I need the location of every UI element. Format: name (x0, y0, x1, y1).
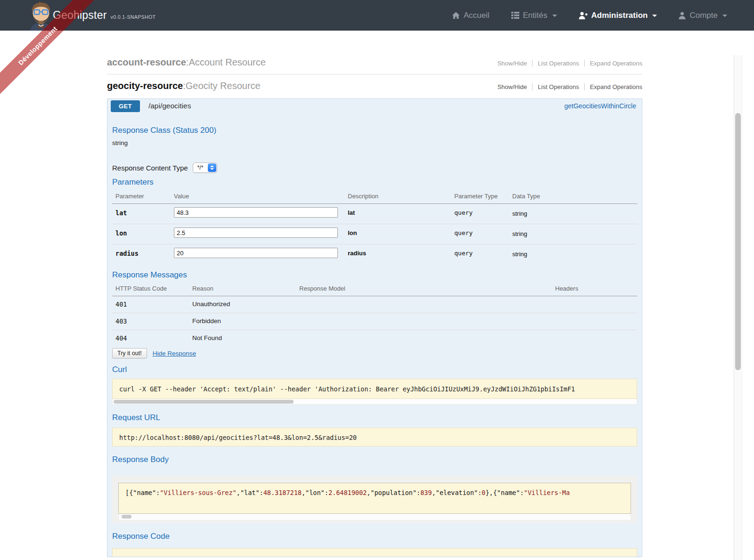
resource-account[interactable]: account-resource : Account Resource Show… (107, 57, 642, 68)
response-body-json: [{"name":"Villiers-sous-Grez","lat":48.3… (118, 483, 631, 514)
col-response-model: Response Model (299, 285, 555, 292)
nav-item-accueil[interactable]: Accueil (452, 11, 490, 20)
user-icon (679, 12, 686, 19)
resource-account-id: account-resource (107, 57, 186, 68)
show-hide-link[interactable]: Show/Hide (492, 83, 532, 90)
nav-item-administration[interactable]: Administration (579, 11, 657, 20)
status-reason: Unauthorized (192, 300, 299, 308)
curl-command: curl -X GET --header 'Accept: text/plain… (112, 379, 637, 399)
param-description: lat (348, 207, 454, 216)
operation-path-link[interactable]: /api/geocities (148, 102, 191, 110)
table-row: radius radius query string (112, 244, 637, 263)
hide-response-link[interactable]: Hide Response (153, 350, 196, 357)
col-http-status: HTTP Status Code (115, 285, 192, 292)
curl-scrollbar-thumb[interactable] (114, 400, 294, 404)
status-code: 401 (115, 300, 192, 308)
show-hide-link[interactable]: Show/Hide (492, 60, 532, 67)
nav-item-label: Accueil (464, 11, 490, 20)
resource-account-links: Show/HideList OperationsExpand Operation… (492, 60, 642, 67)
response-body-scrollbar-thumb[interactable] (122, 515, 131, 519)
col-headers: Headers (555, 285, 637, 292)
param-type: query (454, 227, 512, 236)
nav-item-label: Administration (591, 11, 648, 20)
brand-link[interactable]: Geohipster v0.0.1-SNAPSHOT (53, 0, 156, 31)
response-content-type-select[interactable]: */* (193, 162, 218, 173)
col-reason: Reason (192, 285, 299, 292)
status-reason: Forbidden (192, 317, 299, 325)
resource-geocity-links: Show/HideList OperationsExpand Operation… (492, 83, 642, 90)
resource-geocity-title: Geocity Resource (186, 81, 261, 91)
col-parameter-type: Parameter Type (454, 193, 512, 200)
request-url-value: http://localhost:8080/api/geocities?lat=… (112, 428, 637, 446)
operation-header[interactable]: GET /api/geocities getGeocitiesWithinCir… (107, 99, 642, 113)
page-scrollbar-thumb[interactable] (735, 113, 741, 370)
response-content-type-label: Response Content Type (112, 164, 188, 172)
nav-item-label: Compte (689, 11, 718, 20)
param-radius-input[interactable] (174, 248, 338, 258)
operation-panel: GET /api/geocities getGeocitiesWithinCir… (107, 98, 642, 557)
param-lat-input[interactable] (174, 207, 338, 218)
chevron-down-icon (722, 15, 727, 17)
curl-scrollbar (112, 399, 637, 405)
parameters-table-header: Parameter Value Description Parameter Ty… (112, 191, 637, 204)
param-data-type: string (512, 248, 637, 258)
list-operations-link[interactable]: List Operations (532, 60, 584, 67)
nav-menu: Accueil Entités Administration Compte (452, 0, 727, 31)
select-value: */* (193, 164, 208, 171)
table-row: lon lon query string (112, 224, 637, 244)
operation-nickname-link[interactable]: getGeocitiesWithinCircle (565, 102, 637, 110)
nav-item-label: Entités (523, 11, 548, 20)
http-method-badge: GET (111, 100, 140, 112)
nav-item-entites[interactable]: Entités (511, 11, 557, 20)
col-description: Description (348, 193, 454, 200)
parameters-table: Parameter Value Description Parameter Ty… (112, 191, 637, 263)
brand-version: v0.0.1-SNAPSHOT (111, 14, 156, 20)
home-icon (452, 12, 460, 19)
col-data-type: Data Type (512, 193, 637, 200)
param-data-type: string (512, 227, 637, 237)
operation-content: Response Class (Status 200) string Respo… (107, 126, 642, 557)
param-description: lon (348, 227, 454, 236)
param-description: radius (348, 248, 454, 257)
param-type: query (454, 207, 512, 216)
resource-account-title: Account Resource (188, 57, 265, 68)
resource-geocity[interactable]: geocity-resource : Geocity Resource Show… (107, 81, 642, 91)
table-row: 403 Forbidden (112, 313, 637, 330)
chevron-down-icon (652, 15, 657, 17)
table-row: lat lat query string (112, 204, 637, 224)
hipster-avatar-logo (25, 0, 57, 32)
nav-item-compte[interactable]: Compte (679, 11, 727, 20)
status-code: 404 (115, 334, 192, 342)
select-arrows-icon (208, 163, 216, 172)
response-content-type-row: Response Content Type */* (112, 162, 637, 173)
expand-operations-link[interactable]: Expand Operations (584, 60, 642, 67)
response-class-type: string (112, 139, 637, 146)
response-code-heading: Response Code (112, 532, 637, 541)
response-body-scrollbar (118, 514, 631, 520)
swagger-page: Geohipster v0.0.1-SNAPSHOT Accueil Entit… (0, 0, 754, 560)
col-parameter: Parameter (115, 193, 174, 200)
section-divider (107, 74, 642, 74)
status-code: 403 (115, 317, 192, 325)
curl-heading: Curl (112, 365, 637, 374)
param-data-type: string (512, 207, 637, 217)
chevron-down-icon (552, 15, 557, 17)
brand-name: Geohipster (53, 9, 107, 22)
response-messages-heading: Response Messages (112, 270, 637, 280)
actions-row: Try it out! Hide Response (112, 348, 637, 358)
response-body-heading: Response Body (112, 455, 637, 464)
list-operations-link[interactable]: List Operations (532, 83, 584, 90)
user-plus-icon (579, 12, 588, 19)
param-lon-input[interactable] (174, 227, 338, 238)
resource-geocity-id: geocity-resource (107, 81, 183, 91)
param-name: lat (115, 207, 174, 217)
col-value: Value (174, 193, 348, 200)
response-code-value (112, 548, 637, 557)
param-name: radius (115, 248, 174, 257)
try-it-out-button[interactable]: Try it out! (112, 348, 147, 358)
param-type: query (454, 248, 512, 257)
response-body-container: [{"name":"Villiers-sous-Grez","lat":48.3… (112, 476, 637, 523)
response-class-heading: Response Class (Status 200) (112, 126, 637, 135)
response-messages-table: HTTP Status Code Reason Response Model H… (112, 284, 637, 347)
expand-operations-link[interactable]: Expand Operations (584, 83, 642, 90)
